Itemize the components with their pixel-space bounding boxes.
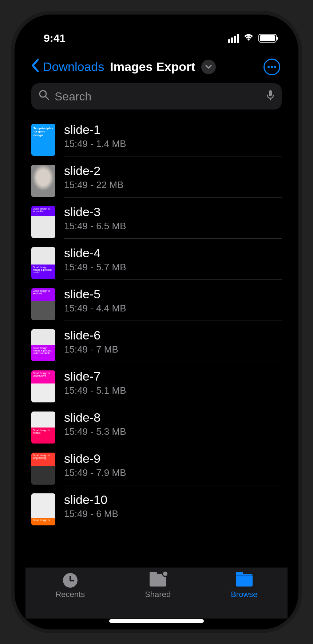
mic-icon[interactable] [266, 90, 274, 104]
file-meta: 15:49 - 7 MB [64, 344, 282, 355]
file-name: slide-7 [64, 369, 282, 383]
file-name: slide-8 [64, 410, 282, 425]
file-row[interactable]: Good design is unobtrusiveslide-715:49 -… [31, 366, 282, 407]
svg-point-0 [268, 66, 270, 68]
file-name: slide-3 [64, 205, 282, 219]
file-thumbnail: Good design makes a product useful [31, 247, 55, 279]
file-name: slide-10 [64, 493, 282, 507]
file-meta: 15:49 - 6.5 MB [64, 220, 282, 232]
file-thumbnail: Good design is unobtrusive [31, 370, 55, 402]
file-info: slide-215:49 - 22 MB [64, 164, 282, 198]
file-row[interactable]: Good design makes a product usefulslide-… [31, 242, 282, 283]
nav-bar: Downloads Images Export [25, 47, 288, 81]
file-meta: 15:49 - 6 MB [64, 508, 282, 520]
file-info: slide-415:49 - 5.7 MB [64, 246, 282, 280]
back-chevron-icon[interactable] [29, 58, 41, 75]
search-input[interactable] [55, 90, 261, 103]
file-info: slide-915:49 - 7.9 MB [64, 452, 282, 485]
battery-icon [258, 34, 277, 43]
file-thumbnail: Good design is aesthetic [31, 288, 55, 320]
file-thumbnail: Ten principles for good design [31, 124, 55, 156]
file-name: slide-9 [64, 452, 282, 466]
file-thumbnail: Good design is innovative [31, 206, 55, 238]
tab-label: Recents [55, 590, 85, 599]
folder-shared-icon [150, 574, 166, 587]
file-name: slide-2 [64, 164, 282, 178]
search-icon [39, 90, 49, 103]
folder-icon [236, 574, 253, 587]
tab-recents[interactable]: Recents [55, 573, 85, 599]
home-indicator[interactable] [109, 619, 204, 623]
file-meta: 15:49 - 4.4 MB [64, 303, 282, 314]
more-actions-button[interactable] [264, 59, 280, 75]
file-info: slide-615:49 - 7 MB [64, 328, 282, 362]
file-row[interactable]: slide-215:49 - 22 MB [31, 160, 282, 201]
file-meta: 15:49 - 1.4 MB [64, 138, 282, 150]
file-row[interactable]: Good design is innovativeslide-315:49 - … [31, 201, 282, 242]
title-menu-button[interactable] [201, 60, 216, 74]
status-icons [228, 33, 277, 43]
device-frame: 9:41 Downloads Images Export T [15, 15, 298, 629]
file-meta: 15:49 - 22 MB [64, 179, 282, 191]
file-row[interactable]: Good design is honestslide-815:49 - 5.3 … [31, 407, 282, 448]
file-name: slide-6 [64, 328, 282, 342]
wifi-icon [243, 33, 254, 43]
file-info: slide-515:49 - 4.4 MB [64, 287, 282, 321]
file-name: slide-4 [64, 246, 282, 260]
clock-icon [63, 573, 78, 588]
file-name: slide-1 [64, 123, 282, 137]
search-bar[interactable] [31, 83, 282, 110]
svg-point-2 [274, 66, 276, 68]
file-info: slide-115:49 - 1.4 MB [64, 123, 282, 156]
file-thumbnail [31, 165, 55, 197]
file-info: slide-1015:49 - 6 MB [64, 493, 282, 526]
file-list[interactable]: Ten principles for good designslide-115:… [25, 115, 288, 568]
status-bar: 9:41 [25, 29, 288, 47]
file-info: slide-715:49 - 5.1 MB [64, 369, 282, 403]
file-meta: 15:49 - 5.7 MB [64, 262, 282, 273]
tab-browse[interactable]: Browse [231, 573, 257, 599]
file-thumbnail: Good design is long-lasting [31, 453, 55, 485]
file-info: slide-315:49 - 6.5 MB [64, 205, 282, 239]
tab-bar: Recents Shared Browse [25, 568, 288, 619]
file-info: slide-815:49 - 5.3 MB [64, 410, 282, 444]
svg-point-1 [271, 66, 273, 68]
status-time: 9:41 [44, 32, 66, 44]
tab-label: Shared [145, 590, 171, 599]
file-row[interactable]: Ten principles for good designslide-115:… [31, 119, 282, 160]
file-row[interactable]: Good design makes a product understandab… [31, 325, 282, 366]
file-thumbnail: Good design is honest [31, 412, 55, 444]
file-thumbnail: Good design is [31, 493, 55, 525]
tab-shared[interactable]: Shared [145, 573, 171, 599]
file-row[interactable]: Good design isslide-1015:49 - 6 MB [31, 489, 282, 530]
svg-line-4 [45, 96, 48, 99]
file-row[interactable]: Good design is aestheticslide-515:49 - 4… [31, 283, 282, 325]
file-name: slide-5 [64, 287, 282, 301]
file-meta: 15:49 - 5.1 MB [64, 385, 282, 396]
file-meta: 15:49 - 5.3 MB [64, 426, 282, 437]
back-button[interactable]: Downloads [43, 60, 104, 74]
file-thumbnail: Good design makes a product understandab… [31, 329, 55, 361]
cellular-icon [228, 34, 239, 43]
svg-rect-5 [269, 90, 272, 96]
page-title: Images Export [110, 60, 195, 74]
file-row[interactable]: Good design is long-lastingslide-915:49 … [31, 448, 282, 489]
tab-label: Browse [231, 590, 257, 599]
file-meta: 15:49 - 7.9 MB [64, 467, 282, 478]
